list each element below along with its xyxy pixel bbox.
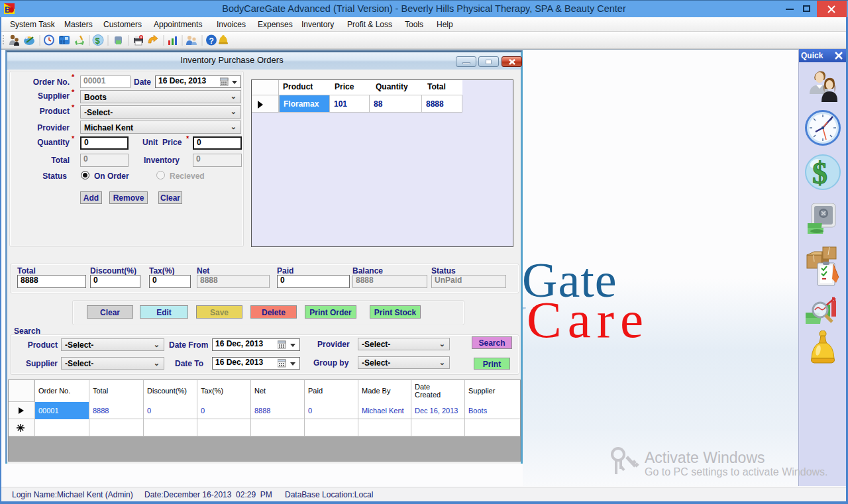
svg-text:$: $ (812, 156, 827, 190)
svg-text:$: $ (95, 36, 101, 46)
svg-text:?: ? (209, 36, 214, 46)
